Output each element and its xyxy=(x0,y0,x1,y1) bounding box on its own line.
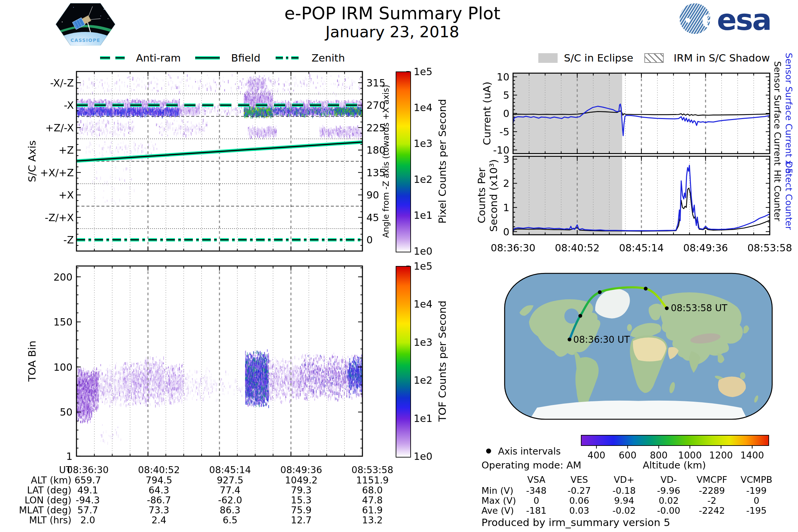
current-tick-label: -5 xyxy=(499,126,509,138)
counts-tick-label: 0 xyxy=(503,226,509,238)
track-end-time-label: 08:53:58 UT xyxy=(671,303,727,314)
voltage-cell: -348 xyxy=(526,486,546,496)
ephemeris-cell: 47.8 xyxy=(362,495,383,506)
sc-axis-sector-label: +Z/-X xyxy=(45,122,74,133)
altitude-tick-label: 800 xyxy=(650,450,667,461)
ephemeris-row-label: LON (deg) xyxy=(25,495,72,506)
voltage-column-header: VSA xyxy=(527,474,546,485)
voltage-cell: -2242 xyxy=(699,506,725,516)
ephemeris-cell: 57.7 xyxy=(77,505,98,516)
tof-counts-colorbar-label: TOF Counts per Second xyxy=(436,301,448,422)
ephemeris-cell: 08:36:30 xyxy=(67,464,109,475)
toa-ylabel: TOA Bin xyxy=(26,341,38,381)
ephemeris-cell: 794.5 xyxy=(146,475,172,486)
voltage-cell: -181 xyxy=(526,506,546,516)
altitude-tick-label: 1200 xyxy=(709,450,733,461)
ephemeris-cell: -62.0 xyxy=(218,495,242,506)
track-start-time-label: 08:36:30 UT xyxy=(573,334,630,345)
sc-axis-sector-label: +X xyxy=(58,189,74,201)
axis-interval-dot-icon xyxy=(486,449,491,454)
pixel-cb-tick-label: 1e0 xyxy=(414,245,433,257)
figure-root: CASSIOPE e-POP IRM Summary Plot January … xyxy=(0,0,798,532)
time-tick-label: 08:45:14 xyxy=(619,242,664,254)
toa-tick-label: 200 xyxy=(54,271,73,283)
sc-axis-sector-label: +Z xyxy=(58,144,74,156)
sc-axis-sector-label: -X xyxy=(64,99,74,111)
voltage-cell: -2289 xyxy=(699,486,725,496)
pixel-cb-tick-label: 1e4 xyxy=(414,102,433,113)
voltage-cell: 0 xyxy=(533,495,539,506)
operating-mode-label: Operating mode: AM xyxy=(481,459,581,471)
voltage-row-label: Min (V) xyxy=(481,486,513,496)
voltage-cell: 0.06 xyxy=(569,495,589,506)
angle-tick-label: 135 xyxy=(366,167,385,178)
voltage-cell: 0.03 xyxy=(569,506,589,516)
ephemeris-cell: 79.3 xyxy=(291,485,311,496)
ephemeris-row-label: LAT (deg) xyxy=(27,485,72,496)
world-map: 08:36:30 UT08:53:58 UT xyxy=(484,272,793,421)
pixel-cb-tick-label: 1e3 xyxy=(414,138,433,149)
altitude-tick-label: 1000 xyxy=(678,450,702,461)
current-tick-label: 10 xyxy=(497,71,509,83)
toa-tick-label: 150 xyxy=(54,316,73,328)
ephemeris-row-label: MLT (hrs) xyxy=(29,515,72,526)
ephemeris-cell: 75.9 xyxy=(291,505,311,516)
ephemeris-cell: 86.3 xyxy=(220,505,241,516)
ephemeris-cell: -86.7 xyxy=(147,495,171,506)
ephemeris-cell: 13.2 xyxy=(362,515,383,526)
tof-counts-colorbar xyxy=(396,266,411,457)
voltage-cell: -0.02 xyxy=(612,506,636,516)
ephemeris-cell: 49.1 xyxy=(77,485,98,496)
voltage-cell: -2 xyxy=(707,495,717,506)
sc-axis-ylabel: S/C Axis xyxy=(26,140,38,182)
angle-tick-label: 45 xyxy=(366,211,379,223)
altitude-colorbar-label: Altitude (km) xyxy=(643,459,706,471)
voltage-column-header: VES xyxy=(571,474,588,485)
ephemeris-cell: 61.9 xyxy=(362,505,383,516)
time-tick-label: 08:36:30 xyxy=(491,242,536,254)
voltage-cell: 0.02 xyxy=(659,495,679,506)
voltage-row-label: Max (V) xyxy=(481,495,516,506)
hit-counter-label: Hit Counter xyxy=(773,170,783,222)
axis-intervals-label: Axis intervals xyxy=(498,446,560,457)
ephemeris-cell: 08:45:14 xyxy=(209,464,251,475)
ephemeris-cell: 08:49:36 xyxy=(280,464,322,475)
sensor-surface-current-x5-label: Sensor Surface Current x 5 xyxy=(784,53,794,174)
angle-tick-label: 180 xyxy=(366,144,385,156)
tof-cb-tick-label: 1e5 xyxy=(414,260,433,272)
voltage-column-header: VMCPF xyxy=(697,474,727,485)
ephemeris-cell: 12.7 xyxy=(291,515,311,526)
current-ylabel: Current (uA) xyxy=(481,81,493,145)
counts-tick-label: 3 xyxy=(503,153,509,165)
ephemeris-cell: 73.3 xyxy=(149,505,169,516)
voltage-cell: -199 xyxy=(746,486,766,496)
pixel-cb-tick-label: 1e2 xyxy=(414,174,433,185)
voltage-cell: -0.27 xyxy=(568,486,591,496)
counts-ylabel-line2: Second (x10³) xyxy=(488,159,499,232)
ephemeris-cell: 08:40:52 xyxy=(138,464,180,475)
angle-tick-label: 90 xyxy=(366,189,379,201)
detect-counter-label: Detect Counter xyxy=(784,161,794,230)
altitude-tick-label: 1400 xyxy=(740,450,764,461)
ephemeris-cell: 1049.2 xyxy=(285,475,318,486)
sensor-surface-current-label: Sensor Surface Current xyxy=(773,61,783,166)
ephemeris-cell: 659.7 xyxy=(75,475,101,486)
ephemeris-row-label: MLAT (deg) xyxy=(19,505,72,516)
pixel-counts-colorbar-label: Pixel Counts per Second xyxy=(436,99,448,224)
ephemeris-cell: 08:53:58 xyxy=(352,464,393,475)
tof-cb-tick-label: 1e0 xyxy=(414,451,433,462)
voltage-cell: 9.94 xyxy=(614,495,634,506)
angle-tick-label: 270 xyxy=(366,99,385,111)
voltage-cell: -0.00 xyxy=(657,506,680,516)
pixel-cb-tick-label: 1e1 xyxy=(414,209,433,221)
angle-tick-label: 0 xyxy=(366,234,373,246)
time-tick-label: 08:49:36 xyxy=(683,242,728,254)
current-tick-label: 0 xyxy=(503,108,509,119)
ephemeris-cell: 6.5 xyxy=(223,515,238,526)
ephemeris-cell: 77.4 xyxy=(220,485,241,496)
current-tick-label: 5 xyxy=(503,90,509,101)
angle-tick-label: 315 xyxy=(366,77,385,89)
sc-axis-sector-label: -Z/+X xyxy=(45,211,74,223)
voltage-row-label: Ave (V) xyxy=(481,506,514,516)
angle-tick-label: 225 xyxy=(366,122,385,133)
